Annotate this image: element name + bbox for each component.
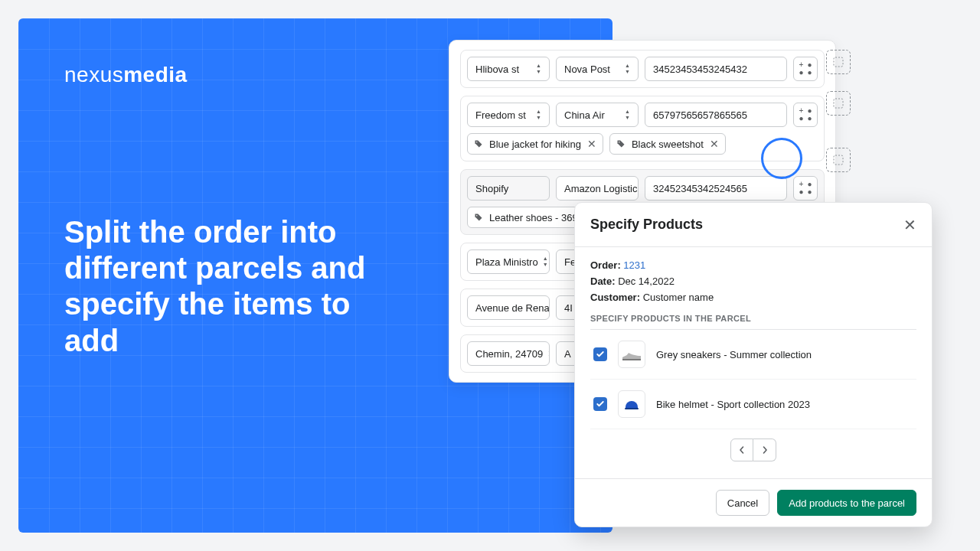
customer-value: Customer name [643, 292, 714, 303]
tracking-input[interactable]: 65797565657865565 [645, 103, 787, 127]
shipping-select[interactable]: Amazon Logistics ▲▼ [556, 176, 639, 201]
date-value: Dec 14,2022 [618, 276, 675, 287]
grid-icon: +●●● [798, 108, 813, 122]
product-name: Bike helmet - Sport collection 2023 [656, 399, 810, 410]
address-select[interactable]: Freedom st ▲▼ [467, 103, 550, 127]
cancel-button[interactable]: Cancel [716, 490, 769, 516]
chevron-right-icon [761, 446, 769, 454]
svg-rect-0 [834, 57, 843, 67]
svg-rect-8 [622, 359, 641, 360]
date-meta: Date: Dec 14,2022 [590, 276, 916, 287]
svg-point-4 [476, 215, 478, 217]
svg-rect-7 [834, 155, 843, 165]
svg-rect-9 [625, 408, 639, 409]
tracking-value: 32452345342524565 [653, 183, 747, 194]
updown-icon: ▲▼ [625, 109, 630, 120]
address-select[interactable]: Chemin, 24709 ▲▼ [467, 341, 550, 366]
headline: Split the order into different parcels a… [64, 214, 386, 359]
products-section-heading: SPECIFY PRODUCTS IN THE PARCEL [590, 314, 916, 323]
check-icon [596, 399, 605, 409]
product-checkbox[interactable] [593, 347, 607, 361]
product-list: Grey sneakers - Summer collection Bike h… [590, 329, 916, 429]
cancel-label: Cancel [727, 497, 758, 509]
tracking-value: 34523453453245432 [653, 64, 747, 75]
parcel-row: Hlibova st ▲▼ Nova Post ▲▼ 3452345345324… [460, 50, 825, 88]
shipping-value: Nova Post [564, 64, 610, 75]
address-value: Avenue de Rena.. [475, 302, 550, 314]
updown-icon: ▲▼ [547, 348, 550, 359]
address-value: Freedom st [475, 109, 526, 121]
split-icon [833, 98, 844, 109]
helmet-icon [622, 395, 641, 413]
product-checkbox[interactable] [593, 397, 607, 411]
check-icon [596, 350, 605, 359]
customer-meta: Customer: Customer name [590, 292, 916, 303]
grid-icon: +●●● [798, 62, 813, 76]
tag-label: Black sweetshot [632, 139, 704, 150]
sneaker-icon [621, 347, 642, 362]
tag-label: Leather shoes - 3696 [489, 212, 583, 223]
shipping-value: China Air [564, 109, 605, 121]
shipping-select[interactable]: China Air ▲▼ [556, 103, 639, 127]
add-products-button[interactable]: Add products to the parcel [777, 490, 916, 516]
svg-point-2 [619, 142, 620, 143]
updown-icon: ▲▼ [536, 109, 541, 120]
address-value: Chemin, 24709 [475, 348, 543, 360]
split-icon [833, 155, 844, 165]
grid-icon: +●●● [798, 181, 813, 195]
address-value: Hlibova st [475, 64, 519, 75]
brand-thin: nexus [64, 63, 123, 86]
product-name: Grey sneakers - Summer collection [656, 349, 812, 360]
order-label: Order: [590, 259, 621, 271]
split-parcel-button[interactable] [826, 50, 851, 74]
close-icon[interactable]: ✕ [903, 217, 916, 233]
chevron-left-icon [738, 446, 746, 454]
date-label: Date: [590, 276, 616, 287]
tag-icon [616, 139, 626, 148]
tracking-value: 65797565657865565 [653, 109, 747, 121]
svg-point-1 [476, 142, 478, 143]
updown-icon: ▲▼ [543, 256, 548, 267]
address-value: Plaza Ministro [475, 256, 538, 268]
shipping-value: A [564, 348, 571, 360]
tracking-input[interactable]: 32452345342524565 [645, 176, 787, 201]
address-value: Shopify [475, 183, 508, 194]
pager-next-button[interactable] [753, 439, 776, 461]
brand-bold: media [123, 63, 187, 86]
customize-parcel-button[interactable]: +●●● [793, 176, 818, 201]
split-icon [833, 57, 844, 67]
brand-logo: nexusmedia [64, 63, 188, 87]
address-select[interactable]: Hlibova st ▲▼ [467, 57, 550, 81]
address-select[interactable]: Plaza Ministro ▲▼ [467, 249, 550, 274]
shipping-value: 4I [564, 302, 573, 314]
customize-parcel-button[interactable]: +●●● [793, 57, 818, 81]
address-static: Shopify [467, 176, 550, 201]
pager-prev-button[interactable] [730, 439, 753, 461]
shipping-value: Amazon Logistics [564, 183, 639, 194]
customer-label: Customer: [590, 292, 640, 303]
shipping-select[interactable]: Nova Post ▲▼ [556, 57, 639, 81]
parcel-row: Freedom st ▲▼ China Air ▲▼ 6579756565786… [460, 96, 825, 161]
order-link[interactable]: 1231 [623, 259, 645, 271]
address-select[interactable]: Avenue de Rena.. ▲▼ [467, 295, 550, 320]
split-parcel-button[interactable] [826, 91, 851, 116]
updown-icon: ▲▼ [625, 64, 630, 74]
tag-remove-icon[interactable]: ✕ [587, 139, 596, 149]
product-thumb [618, 341, 645, 368]
split-parcel-button[interactable] [826, 148, 851, 172]
svg-rect-3 [834, 99, 843, 108]
product-row: Bike helmet - Sport collection 2023 [590, 380, 916, 429]
product-tag: Black sweetshot ✕ [609, 133, 726, 155]
product-thumb [618, 390, 645, 418]
order-meta: Order: 1231 [590, 259, 916, 271]
pager [590, 429, 916, 474]
customize-parcel-button[interactable]: +●●● [793, 103, 818, 127]
tag-remove-icon[interactable]: ✕ [710, 139, 719, 149]
tag-icon [474, 213, 483, 222]
tracking-input[interactable]: 34523453453245432 [645, 57, 787, 81]
add-products-label: Add products to the parcel [789, 497, 905, 509]
tag-icon [474, 139, 483, 148]
modal-title: Specify Products [590, 217, 703, 233]
updown-icon: ▲▼ [536, 64, 541, 74]
product-tag: Blue jacket for hiking ✕ [467, 133, 603, 155]
